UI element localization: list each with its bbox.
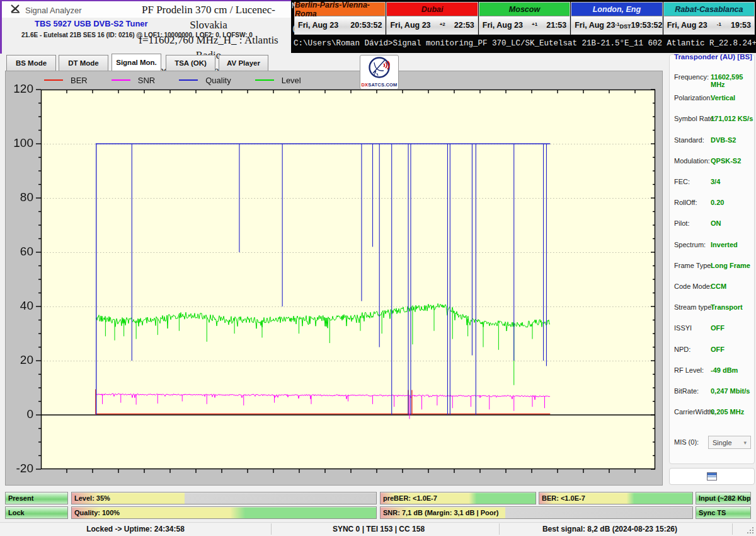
transponder-value: 171,012 KS/s [711, 115, 753, 122]
status-section: Locked -> Uptime: 24:34:58 [86, 525, 185, 533]
transponder-label: Frequency: [674, 73, 709, 81]
clock-date: Fri, Aug 23 [390, 21, 430, 30]
clock-date: Fri, Aug 23 [483, 21, 523, 30]
transponder-value: 11602,595 MHz [711, 73, 756, 88]
tab-av-player[interactable]: AV Player [219, 55, 268, 71]
clock-time: 21:53 [546, 21, 566, 30]
mis-label: MIS (0): [674, 438, 699, 446]
bar-snr: SNR: 7,1 dB (Margin: 3,1 dB | Poor) [380, 506, 693, 519]
status-section: Best signal: 8,2 dB (2024-08-23 15:26) [542, 525, 677, 533]
transponder-label: RF Level: [674, 366, 704, 374]
legend-swatch-level [255, 79, 274, 81]
dxsatcs-logo: DXSATCS.COM [360, 55, 399, 90]
transponder-label: Code Mode: [674, 283, 712, 290]
status-section: SYNC 0 | TEI 153 | CC 158 [333, 525, 425, 533]
clock-city-2: DubaiFri, Aug 23+222:53 [386, 2, 478, 35]
tab-tsa-ok-[interactable]: TSA (OK) [166, 55, 215, 71]
clock-date: Fri, Aug 23 [298, 21, 338, 30]
bar-ber: BER: <1.0E-7 [539, 492, 693, 504]
legend-label: BER [71, 76, 88, 85]
tab-signal-mon-[interactable]: Signal Mon. [112, 54, 161, 71]
transponder-value: 0,247 Mbit/s [711, 387, 750, 395]
tab-bs-mode[interactable]: BS Mode [6, 55, 56, 71]
legend-swatch-quality [179, 79, 198, 81]
clock-offset: +2 [431, 21, 454, 30]
status-divider [732, 523, 733, 535]
clock-city-name: Moscow [479, 3, 570, 16]
legend-item-ber: BER [44, 76, 88, 85]
chevron-down-icon: ▾ [743, 440, 747, 446]
transponder-label: Frame Type: [674, 262, 713, 269]
bar-lock: Lock [5, 506, 68, 519]
chart-legend: BERSNRQualityLevel [44, 73, 301, 87]
resize-grip-icon[interactable] [746, 526, 754, 534]
transponder-value: OFF [711, 346, 724, 353]
mis-dropdown-value: Single [713, 439, 732, 446]
signal-monitor-chart [5, 71, 663, 486]
transponder-value: Transport [711, 303, 743, 311]
console-overlay: M ( Berlin-Paris-Vienna-RomaFri, Aug 232… [291, 0, 756, 53]
clock-time: 22:53 [454, 21, 474, 30]
clock-city-3: MoscowFri, Aug 23+121:53 [479, 2, 570, 35]
transponder-label: BitRate: [674, 387, 699, 395]
legend-label: SNR [138, 76, 155, 85]
legend-label: Quality [205, 76, 231, 85]
tab-dt-mode[interactable]: DT Mode [59, 55, 108, 71]
transponder-value: ON [711, 219, 721, 227]
transponder-label: Standard: [674, 136, 704, 144]
transponder-label: Stream type: [674, 303, 713, 311]
clock-date: Fri, Aug 23 [667, 21, 707, 30]
transponder-value: 0,205 MHz [711, 408, 744, 416]
mis-dropdown[interactable]: Single ▾ [708, 436, 751, 449]
clock-time: 20:53:52 [350, 21, 382, 30]
clock-city-name: London, Eng [571, 3, 662, 16]
transponder-value: DVB-S2 [711, 136, 736, 144]
transponder-label: ISSYI [674, 324, 692, 332]
clock-offset: -1DST [615, 21, 631, 30]
bar-preber: preBER: <1.0E-7 [380, 492, 536, 504]
clock-date: Fri, Aug 23 [575, 21, 615, 30]
transponder-panel-header: Transponder (AU) [BS] [674, 53, 752, 61]
clock-city-name: Dubai [387, 3, 477, 16]
transponder-label: Polarization: [674, 94, 713, 102]
legend-swatch-ber [44, 79, 63, 81]
transponder-label: CarrierWidth: [674, 408, 715, 416]
transponder-value: Long Frame [711, 262, 750, 269]
transponder-value: -49 dBm [711, 366, 738, 374]
legend-item-quality: Quality [179, 76, 231, 85]
tab-bar: BS ModeDT ModeSignal Mon.TSA (OK)AV Play… [5, 54, 663, 71]
clock-city-4: London, EngFri, Aug 23-1DST19:53:52 [571, 2, 662, 35]
clock-city-1: Berlin-Paris-Vienna-RomaFri, Aug 2320:53… [294, 2, 386, 35]
dxsatcs-logo-text: DXSATCS.COM [360, 82, 398, 88]
clock-offset: +1 [523, 21, 546, 30]
clock-city-5: Rabat-CasablancaFri, Aug 23-119:53 [663, 2, 755, 35]
window-title: Signal Analyzer [25, 6, 82, 15]
transponder-label: RollOff: [674, 199, 697, 206]
transponder-value: Vertical [711, 94, 735, 102]
transponder-value: QPSK-S2 [711, 157, 741, 165]
legend-swatch-snr [112, 79, 130, 81]
legend-item-snr: SNR [112, 76, 155, 85]
transponder-label: Modulation: [674, 157, 710, 165]
dxsatcs-logo-graphic [367, 55, 392, 81]
legend-label: Level [282, 76, 301, 85]
bar-present: Present [5, 492, 68, 504]
clock-offset: -1 [707, 21, 731, 30]
clock-time: 19:53:52 [631, 21, 662, 30]
transponder-label: Symbol Rate: [674, 115, 716, 122]
transponder-value: 0.20 [711, 199, 724, 206]
bar-level: Level: 35% [71, 492, 377, 504]
clock-time: 19:53 [731, 21, 751, 30]
clock-city-name: Berlin-Paris-Vienna-Roma [295, 3, 385, 16]
status-divider [499, 523, 500, 535]
world-clock: Berlin-Paris-Vienna-RomaFri, Aug 2320:53… [294, 2, 755, 35]
status-divider [271, 523, 272, 535]
bar-quality: Quality: 100% [71, 506, 377, 519]
transponder-value: Inverted [711, 241, 738, 248]
transport-stream-button[interactable] [669, 468, 755, 485]
transponder-value: CCM [711, 283, 726, 290]
transponder-label: Pilot: [674, 219, 689, 227]
transponder-value: OFF [711, 324, 724, 332]
transponder-label: FEC: [674, 178, 690, 185]
transponder-label: Spectrum: [674, 241, 706, 248]
